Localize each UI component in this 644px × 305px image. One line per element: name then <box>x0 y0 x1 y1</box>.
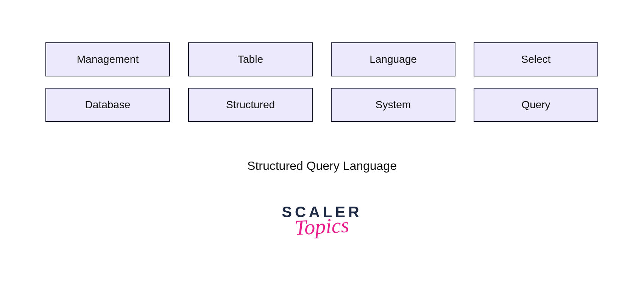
diagram-caption: Structured Query Language <box>0 159 644 173</box>
tile-query: Query <box>474 88 598 122</box>
tile-structured: Structured <box>188 88 313 122</box>
tile-select: Select <box>474 42 598 76</box>
tile-table: Table <box>188 42 313 76</box>
scaler-topics-logo: SCALER Topics <box>0 204 644 237</box>
tile-system: System <box>331 88 455 122</box>
tile-grid: Management Table Language Select Databas… <box>45 42 598 122</box>
tile-database: Database <box>45 88 170 122</box>
logo-text-bottom: Topics <box>294 214 350 238</box>
tile-management: Management <box>45 42 170 76</box>
tile-language: Language <box>331 42 455 76</box>
